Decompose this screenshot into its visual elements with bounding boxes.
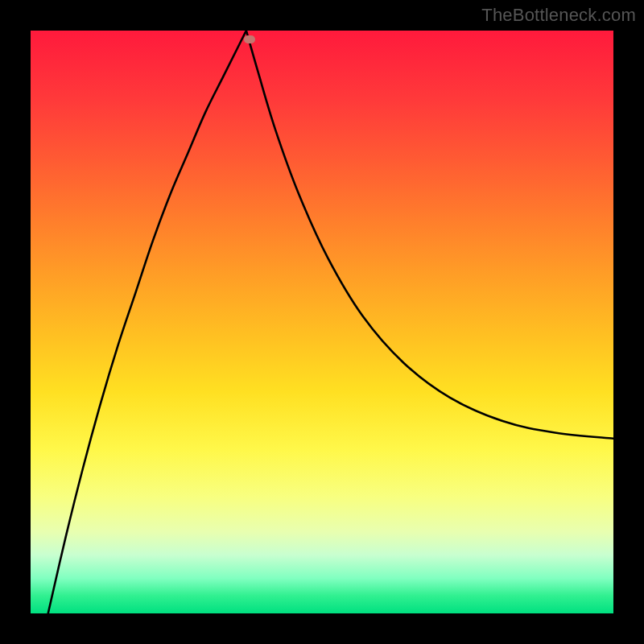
optimum-marker [244,35,255,43]
plot-area [31,31,613,613]
chart-frame: TheBottleneck.com [0,0,644,644]
watermark-text: TheBottleneck.com [481,5,636,26]
bottleneck-curve [31,31,613,613]
